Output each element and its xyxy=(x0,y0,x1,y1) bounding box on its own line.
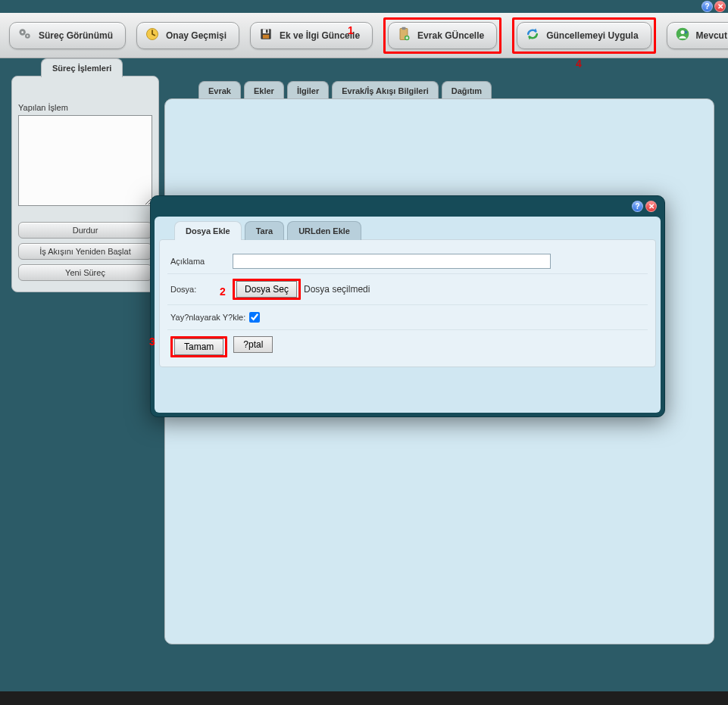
highlight-apply-update: Güncellemeyi Uygula xyxy=(512,17,655,54)
tab-dosya-ekle[interactable]: Dosya Ekle xyxy=(174,221,242,240)
document-update-button[interactable]: Evrak GÜncelle xyxy=(388,22,497,49)
callout-4: 4 xyxy=(576,58,582,70)
cancel-button[interactable]: ?ptal xyxy=(233,336,273,353)
tab-workflow-info[interactable]: Evrak/İş Akışı Bilgileri xyxy=(332,81,439,100)
publish-upload-checkbox[interactable] xyxy=(249,312,260,323)
attachment-update-button[interactable]: Ek ve İlgi Güncelle xyxy=(250,22,373,49)
clock-icon xyxy=(145,27,160,44)
action-textarea-label: Yapılan İşlem xyxy=(18,103,68,112)
toolbar-label: Güncellemeyi Uygula xyxy=(546,30,638,41)
process-actions-panel: Süreç İşlemleri Yapılan İşlem Durdur İş … xyxy=(11,76,159,292)
svg-rect-7 xyxy=(266,30,268,33)
callout-1: 1 xyxy=(348,24,354,36)
tab-dagitim[interactable]: Dağıtım xyxy=(442,81,492,100)
tab-ekler[interactable]: Ekler xyxy=(244,81,284,100)
toolbar-label: Evrak GÜncelle xyxy=(417,30,484,41)
help-icon[interactable]: ? xyxy=(701,1,713,12)
dialog-close-icon[interactable]: ✕ xyxy=(645,201,657,212)
tab-ilgiler[interactable]: İlgiler xyxy=(287,81,329,100)
toolbar-label: Mevcut Evrak xyxy=(696,30,728,41)
svg-rect-8 xyxy=(263,35,269,39)
toolbar-label: Süreç Görünümü xyxy=(39,30,113,41)
new-process-button[interactable]: Yeni Süreç xyxy=(18,264,152,281)
svg-point-2 xyxy=(21,31,23,33)
dialog-tabstrip: Dosya Ekle Tara URLden Ekle xyxy=(174,221,656,240)
file-select-button[interactable]: Dosya Seç xyxy=(236,281,297,298)
callout-2: 2 xyxy=(220,285,226,298)
dialog-help-icon[interactable]: ? xyxy=(632,201,643,212)
stop-button[interactable]: Durdur xyxy=(18,222,152,239)
statusbar xyxy=(0,691,728,705)
refresh-icon xyxy=(525,27,540,44)
ok-button[interactable]: Tamam xyxy=(174,338,223,355)
clipboard-icon xyxy=(396,27,411,44)
toolbar-label: Onay Geçmişi xyxy=(166,30,227,41)
window-titlebar: ? ✕ xyxy=(0,0,728,13)
tab-evrak[interactable]: Evrak xyxy=(198,81,241,100)
publish-upload-label: Yay?nlayarak Y?kle: xyxy=(170,313,246,322)
svg-rect-10 xyxy=(402,27,406,30)
user-arrow-icon xyxy=(675,27,690,44)
tab-urlden-ekle[interactable]: URLden Ekle xyxy=(287,221,361,240)
main-toolbar: Süreç Görünümü Onay Geçmişi Ek ve İlgi G… xyxy=(0,13,728,58)
dialog-titlebar: ? ✕ xyxy=(155,200,661,217)
current-document-button[interactable]: Mevcut Evrak xyxy=(667,22,728,49)
svg-point-3 xyxy=(27,35,28,36)
gears-icon xyxy=(17,27,33,44)
highlight-file-select: Dosya Seç xyxy=(233,279,301,300)
restart-workflow-button[interactable]: İş Akışını Yeniden Başlat xyxy=(18,243,152,260)
file-status-text: Dosya seçilmedi xyxy=(304,284,370,295)
file-add-dialog: ? ✕ Dosya Ekle Tara URLden Ekle Açıklama… xyxy=(150,195,665,417)
apply-update-button[interactable]: Güncellemeyi Uygula xyxy=(517,22,651,49)
close-icon[interactable]: ✕ xyxy=(714,1,726,12)
dialog-form: Açıklama Dosya: Dosya Seç Dosya seçilmed… xyxy=(159,239,656,367)
svg-point-13 xyxy=(680,30,684,34)
approval-history-button[interactable]: Onay Geçmişi xyxy=(136,22,239,49)
description-label: Açıklama xyxy=(170,257,233,266)
save-icon xyxy=(258,27,273,44)
tab-tara[interactable]: Tara xyxy=(245,221,284,240)
highlight-evrak-guncelle: Evrak GÜncelle xyxy=(383,17,501,54)
description-input[interactable] xyxy=(233,254,551,269)
action-textarea[interactable] xyxy=(18,115,152,206)
callout-3: 3 xyxy=(149,335,155,348)
main-tabstrip: Evrak Ekler İlgiler Evrak/İş Akışı Bilgi… xyxy=(198,81,495,100)
process-view-button[interactable]: Süreç Görünümü xyxy=(9,22,126,49)
highlight-ok: Tamam xyxy=(170,336,227,357)
process-actions-tab[interactable]: Süreç İşlemleri xyxy=(41,58,123,77)
